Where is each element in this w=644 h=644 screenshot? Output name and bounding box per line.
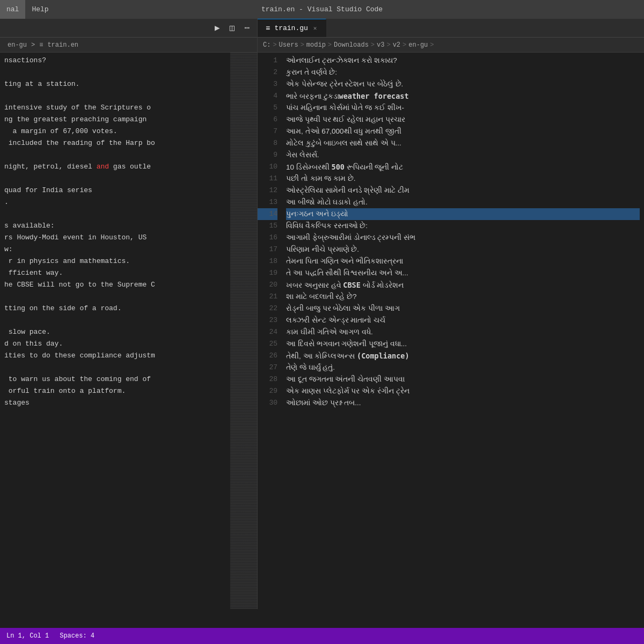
line-num-21: 21: [258, 291, 277, 303]
highlight-and: and: [97, 163, 109, 171]
left-line-10: night, petrol, diesel and gas outle: [4, 161, 226, 173]
left-line-26: ities to do these compliance adjustm: [4, 350, 226, 362]
right-line-23: લક્ઝરી સેન્ટ એન્ડ્ર માતાનો ચર્ચ: [286, 314, 640, 326]
line-num-27: 27: [258, 362, 277, 374]
minimap-content: [230, 53, 257, 609]
breadcrumb-en-gu[interactable]: en-gu: [8, 41, 27, 49]
line-num-5: 5: [258, 102, 277, 114]
right-line-15: વિવિધ વૈકલ્પિક રસ્તાઓ છે:: [286, 220, 640, 232]
title-bar: nal Help train.en - Visual Studio Code: [0, 0, 644, 19]
breadcrumb-c[interactable]: C:: [263, 41, 270, 49]
line-num-9: 9: [258, 149, 277, 161]
breadcrumb-v2[interactable]: v2: [393, 41, 400, 49]
right-tabs: ≡ train.gu ✕: [258, 19, 644, 38]
left-line-16: rs Howdy-Modi event in Houston, US: [4, 232, 226, 244]
left-line-3: ting at a station.: [4, 78, 226, 90]
right-breadcrumb: C: > Users > modip > Downloads > v3 > v2…: [258, 38, 644, 53]
right-line-27: તેણે જે ઘાર્યું હતું.: [286, 362, 640, 374]
breadcrumb-train-en[interactable]: train.en: [47, 41, 78, 49]
tab-close-button[interactable]: ✕: [312, 24, 318, 33]
line-num-15: 15: [258, 220, 277, 232]
right-line-20: ખબર અનુસાર હવે CBSE બોર્ડ મોડરેશન: [286, 279, 640, 291]
right-line-18: તેમના પિતા ગણિત અને ભૌતિકશાસ્ત્રના: [286, 255, 640, 267]
right-line-11: પછી તો કામ જ કામ છે.: [286, 173, 640, 185]
left-line-11: [4, 173, 226, 185]
right-line-25: આ દિવસે ભગવાન ગણેશની પૂજાનું વધા...: [286, 338, 640, 350]
left-line-7: a margin of 67,000 votes.: [4, 126, 226, 137]
line-num-1: 1: [258, 55, 277, 67]
left-line-13: .: [4, 196, 226, 208]
more-actions-icon[interactable]: ⋯: [242, 20, 252, 35]
tab-file-icon: ≡: [266, 24, 270, 33]
left-pane: ▶ ◫ ⋯ en-gu > ≡ train.en nsactions? ting…: [0, 19, 258, 609]
left-line-28: to warn us about the coming end of: [4, 374, 226, 385]
line-num-22: 22: [258, 303, 277, 314]
line-num-29: 29: [258, 385, 277, 397]
line-num-23: 23: [258, 314, 277, 326]
line-num-20: 20: [258, 279, 277, 291]
left-line-12: quad for India series: [4, 185, 226, 196]
right-line-17: પરિણામ નીચે પ્રમાણે છે.: [286, 244, 640, 255]
line-num-17: 17: [258, 244, 277, 255]
right-line-12: ઓસ્ટ્રેલિયા સામેની વનડે શ્રેણી માટે ટીમ: [286, 185, 640, 196]
window-title: train.en - Visual Studio Code: [261, 5, 383, 13]
breadcrumb-en-gu-right[interactable]: en-gu: [408, 41, 428, 49]
left-line-30: stages: [4, 397, 226, 409]
right-line-22: રોડ્ની બાજુ પર બેઠેલા એક પીળા આગ: [286, 303, 640, 314]
left-line-9: [4, 149, 226, 161]
left-line-18: r in physics and mathematics.: [4, 255, 226, 267]
left-line-2: [4, 67, 226, 78]
menu-nal[interactable]: nal: [0, 0, 25, 19]
line-num-4: 4: [258, 90, 277, 102]
line-num-7: 7: [258, 126, 277, 137]
breadcrumb-users[interactable]: Users: [279, 41, 298, 49]
right-line-2: કુરાન તે વર્ણવે છે:: [286, 67, 640, 78]
line-num-26: 26: [258, 350, 277, 362]
line-num-25: 25: [258, 338, 277, 350]
right-pane: ≡ train.gu ✕ C: > Users > modip > Downlo…: [258, 19, 644, 609]
line-num-30: 30: [258, 397, 277, 409]
left-line-29: orful train onto a platform.: [4, 385, 226, 397]
breadcrumb-v3[interactable]: v3: [377, 41, 384, 49]
line-num-19: 19: [258, 267, 277, 279]
right-line-9: ગેસ લેસર્સ.: [286, 149, 640, 161]
minimap: [230, 53, 257, 609]
right-line-26: તેથી, આ કોમ્પ્લિઅન્સ (Compliance): [286, 350, 640, 362]
right-line-13: આ બીજો મોટો ઘડાકો હતો.: [286, 196, 640, 208]
right-line-4: ભારે બરફના ટુકડાweather forecast: [286, 90, 640, 102]
left-code-area: nsactions? ting at a station. intensive …: [0, 53, 230, 609]
menu-help[interactable]: Help: [25, 0, 55, 19]
line-num-18: 18: [258, 255, 277, 267]
line-num-12: 12: [258, 185, 277, 196]
left-content: nsactions? ting at a station. intensive …: [0, 53, 257, 609]
breadcrumb-file-icon: ≡: [39, 41, 43, 49]
status-bar: Ln 1, Col 1 Spaces: 4: [0, 628, 644, 644]
breadcrumb-downloads[interactable]: Downloads: [334, 41, 369, 49]
tab-train-gu[interactable]: ≡ train.gu ✕: [258, 19, 326, 37]
right-line-6: આજે પૃથ્વી પર થઈ રહેલા મહાન પ્રચાર: [286, 114, 640, 126]
left-line-14: [4, 208, 226, 220]
left-line-21: [4, 291, 226, 303]
tab-label: train.gu: [274, 24, 308, 32]
run-icon[interactable]: ▶: [213, 20, 222, 35]
right-line-1: ઓનલાઈન ટ્રાન્ઝેક્શન કરો શકાય?: [286, 55, 640, 67]
right-line-16: આગામી ફેબ્રુઆરીમાં ડોનાલ્ડ ટ્રમ્પની સંભ: [286, 232, 640, 244]
left-line-23: [4, 314, 226, 326]
left-line-24: slow pace.: [4, 326, 226, 338]
left-line-22: tting on the side of a road.: [4, 303, 226, 314]
breadcrumb-modip[interactable]: modip: [306, 41, 326, 49]
line-num-14: 14: [258, 208, 277, 220]
line-num-6: 6: [258, 114, 277, 126]
line-num-13: 13: [258, 196, 277, 208]
right-line-3: એક પેસેન્જર ટ્રેન સ્ટેશન પર બેઠેલું છે.: [286, 78, 640, 90]
split-editor-icon[interactable]: ◫: [228, 20, 237, 35]
line-num-8: 8: [258, 137, 277, 149]
status-position[interactable]: Ln 1, Col 1: [6, 632, 49, 640]
line-num-24: 24: [258, 326, 277, 338]
left-line-8: included the reading of the Harp bo: [4, 137, 226, 149]
main-area: ▶ ◫ ⋯ en-gu > ≡ train.en nsactions? ting…: [0, 19, 644, 609]
status-spaces[interactable]: Spaces: 4: [60, 632, 94, 640]
right-line-8: મોટેલ કુટુંબે બાઇબલ સાથે સાથે એ પ...: [286, 137, 640, 149]
right-line-24: કામ ઘીમી ગતિએ આગળ વધે.: [286, 326, 640, 338]
left-toolbar: ▶ ◫ ⋯: [0, 19, 257, 38]
